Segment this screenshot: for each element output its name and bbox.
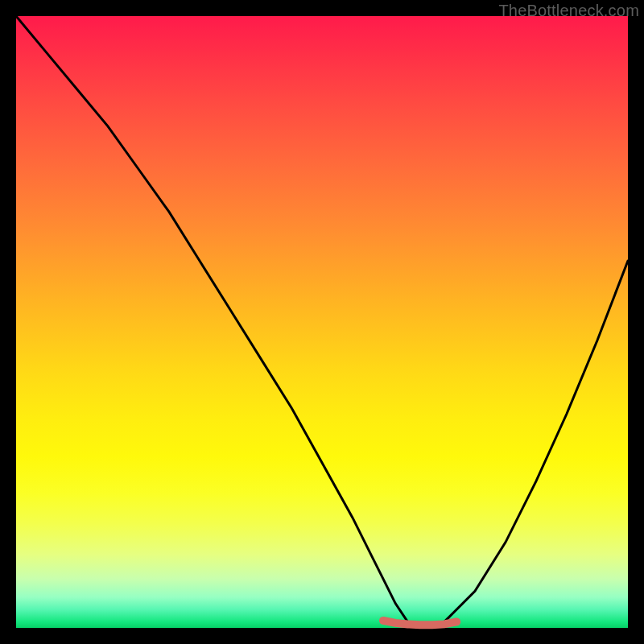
bottleneck-curve	[16, 16, 628, 628]
plot-area	[16, 16, 628, 628]
watermark-text: TheBottleneck.com	[498, 2, 639, 20]
curve-layer	[16, 16, 628, 628]
chart-frame: TheBottleneck.com	[0, 0, 644, 644]
optimal-flat-highlight	[383, 621, 456, 625]
